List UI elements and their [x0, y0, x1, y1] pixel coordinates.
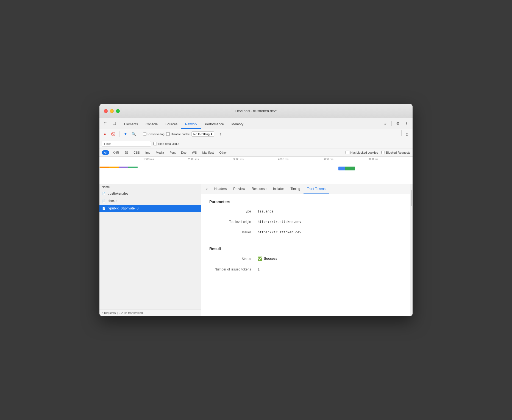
- tokens-value: 1: [258, 267, 260, 271]
- detail-tab-trust-tokens[interactable]: Trust Tokens: [304, 185, 329, 194]
- top-level-origin-value: https://trusttoken.dev: [258, 220, 301, 224]
- device-icon[interactable]: ☐: [110, 120, 118, 127]
- type-label: Type: [209, 209, 253, 213]
- throttle-select[interactable]: No throttling ▾: [191, 131, 214, 137]
- file-item-cbor[interactable]: 📄 cbor.js: [99, 197, 201, 205]
- network-settings: ⚙: [400, 130, 410, 138]
- preserve-log-label[interactable]: Preserve log: [143, 132, 165, 136]
- status-label: Status: [209, 257, 253, 261]
- hide-data-urls-label[interactable]: Hide data URLs: [153, 142, 179, 145]
- type-value: Issuance: [258, 209, 274, 213]
- scrollbar-thumb[interactable]: [411, 190, 412, 206]
- status-value-container: ✅ Success: [258, 256, 277, 261]
- type-filter-xhr[interactable]: XHR: [110, 150, 121, 155]
- scrollbar-track[interactable]: [410, 184, 413, 316]
- ruler-mark-6: 6000 ms: [368, 158, 413, 161]
- close-panel-button[interactable]: ×: [203, 186, 210, 192]
- hide-data-urls-checkbox[interactable]: [153, 142, 157, 145]
- file-icon-2: 📄: [102, 199, 106, 203]
- filter-bar: Hide data URLs: [99, 139, 413, 148]
- type-filter-ws[interactable]: WS: [190, 150, 199, 155]
- result-section: Result Status ✅ Success Number of issued…: [209, 247, 404, 271]
- detail-tab-timing[interactable]: Timing: [287, 185, 304, 194]
- detail-tab-headers[interactable]: Headers: [211, 185, 230, 194]
- traffic-lights: [104, 109, 120, 113]
- preserve-log-checkbox[interactable]: [143, 132, 146, 136]
- toolbar-separator-3: [401, 130, 402, 136]
- file-list: Name 📄 trusttoken.dev 📄 cbor.js 📄 i?publ…: [99, 184, 201, 316]
- search-button[interactable]: 🔍: [130, 131, 137, 137]
- type-filter-js[interactable]: JS: [122, 150, 130, 155]
- close-button[interactable]: [104, 109, 108, 113]
- disable-cache-label[interactable]: Disable cache: [166, 132, 190, 136]
- tokens-row: Number of issued tokens 1: [209, 267, 404, 271]
- devtools-window: DevTools - trusttoken.dev/ ⬚ ☐ Elements …: [99, 104, 413, 316]
- issuer-value: https://trusttoken.dev: [258, 230, 301, 234]
- right-toolbar: » ⚙ ⋮: [382, 120, 410, 129]
- type-filter-css[interactable]: CSS: [131, 150, 142, 155]
- detail-tabs: × Headers Preview Response Initiator Tim…: [201, 184, 413, 194]
- record-button[interactable]: ●: [102, 131, 108, 137]
- tokens-label: Number of issued tokens: [209, 267, 253, 271]
- tab-performance[interactable]: Performance: [201, 120, 228, 129]
- has-blocked-cookies-label[interactable]: Has blocked cookies: [346, 151, 378, 154]
- tab-console[interactable]: Console: [142, 120, 162, 129]
- filter-button[interactable]: ▼: [122, 131, 129, 137]
- filter-input[interactable]: [102, 141, 151, 147]
- blocked-requests-label[interactable]: Blocked Requests: [381, 151, 410, 154]
- network-settings-icon[interactable]: ⚙: [404, 131, 410, 138]
- upload-icon[interactable]: ↑: [217, 131, 224, 137]
- top-level-origin-label: Top level origin: [209, 220, 253, 224]
- timeline-bar-multicolor: [99, 167, 138, 168]
- result-title: Result: [209, 247, 404, 251]
- detail-tab-response[interactable]: Response: [248, 185, 270, 194]
- tab-memory[interactable]: Memory: [228, 120, 247, 129]
- file-name-2: cbor.js: [108, 199, 117, 203]
- disable-cache-checkbox[interactable]: [166, 132, 170, 136]
- ruler-mark-5: 5000 ms: [323, 158, 368, 161]
- maximize-button[interactable]: [116, 109, 120, 113]
- window-title: DevTools - trusttoken.dev/: [235, 109, 277, 113]
- menu-icon[interactable]: ⋮: [403, 120, 410, 127]
- status-row: Status ✅ Success: [209, 256, 404, 261]
- blocked-requests-checkbox[interactable]: [381, 151, 385, 154]
- parameters-title: Parameters: [209, 200, 404, 204]
- file-item-trusttoken[interactable]: 📄 trusttoken.dev: [99, 190, 201, 197]
- detail-tab-preview[interactable]: Preview: [230, 185, 248, 194]
- issuer-row: Issuer https://trusttoken.dev: [209, 230, 404, 234]
- timeline-content: [99, 162, 413, 184]
- top-level-origin-row: Top level origin https://trusttoken.dev: [209, 220, 404, 224]
- ruler-mark-4: 4000 ms: [278, 158, 323, 161]
- detail-content: Parameters Type Issuance Top level origi…: [201, 194, 413, 316]
- section-divider: [209, 241, 404, 241]
- tab-elements[interactable]: Elements: [120, 120, 142, 129]
- minimize-button[interactable]: [110, 109, 114, 113]
- type-row: Type Issuance: [209, 209, 404, 213]
- type-filter-all[interactable]: All: [102, 150, 109, 155]
- type-filter-manifest[interactable]: Manifest: [200, 150, 216, 155]
- type-filter-doc[interactable]: Doc: [179, 150, 189, 155]
- upload-download-buttons: ↑ ↓: [217, 131, 231, 137]
- type-filter-media[interactable]: Media: [154, 150, 166, 155]
- success-icon: ✅: [258, 256, 262, 261]
- tab-network[interactable]: Network: [181, 120, 201, 129]
- more-tabs-icon[interactable]: »: [382, 120, 389, 127]
- file-item-ipublic[interactable]: 📄 i?public=0&private=0: [99, 205, 201, 212]
- detail-tab-initiator[interactable]: Initiator: [270, 185, 287, 194]
- file-items: 📄 trusttoken.dev 📄 cbor.js 📄 i?public=0&…: [99, 190, 201, 309]
- has-blocked-cookies-checkbox[interactable]: [346, 151, 349, 154]
- clear-button[interactable]: 🚫: [110, 131, 116, 137]
- tab-sources[interactable]: Sources: [162, 120, 181, 129]
- type-filter-bar: All XHR JS CSS Img Media Font Doc WS Man…: [99, 148, 413, 157]
- transferred-size: 2.2 kB transferred: [119, 311, 143, 314]
- cursor-icon[interactable]: ⬚: [102, 120, 109, 127]
- name-column-header: Name: [102, 185, 110, 189]
- settings-icon[interactable]: ⚙: [394, 120, 402, 127]
- download-icon[interactable]: ↓: [225, 131, 231, 137]
- type-filter-other[interactable]: Other: [217, 150, 229, 155]
- main-content: Name 📄 trusttoken.dev 📄 cbor.js 📄 i?publ…: [99, 184, 413, 316]
- ruler-mark-2: 2000 ms: [188, 158, 233, 161]
- footer-separator: |: [117, 311, 118, 314]
- type-filter-img[interactable]: Img: [143, 150, 152, 155]
- type-filter-font[interactable]: Font: [167, 150, 178, 155]
